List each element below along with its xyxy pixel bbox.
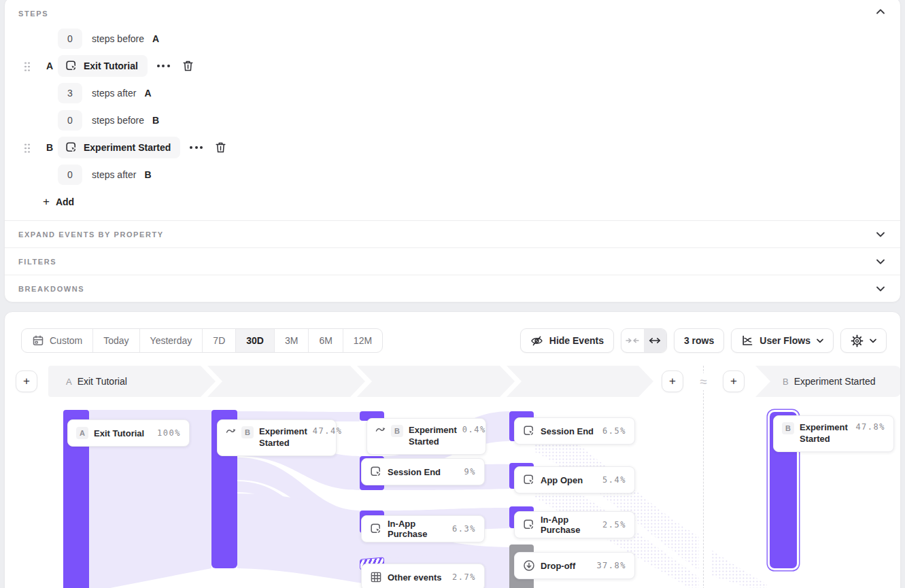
event-click-icon bbox=[65, 141, 78, 154]
chevron-up-icon[interactable] bbox=[873, 4, 888, 19]
event-click-icon bbox=[523, 519, 535, 531]
drag-handle-icon[interactable] bbox=[24, 143, 31, 153]
steps-count-input[interactable]: 3 bbox=[58, 83, 82, 103]
steps-section-title: STEPS bbox=[18, 10, 48, 18]
date-range-today[interactable]: Today bbox=[92, 329, 139, 352]
add-column-before-b-button[interactable]: + bbox=[723, 370, 745, 392]
date-range-custom[interactable]: Custom bbox=[22, 329, 92, 352]
step-a-row: A Exit Tutorial bbox=[5, 52, 900, 80]
settings-dropdown[interactable] bbox=[840, 328, 887, 353]
event-click-icon bbox=[523, 425, 535, 437]
steps-section-header[interactable]: STEPS bbox=[5, 0, 900, 25]
collapse-columns-icon[interactable] bbox=[621, 329, 644, 352]
chevron-down-icon[interactable] bbox=[873, 227, 888, 242]
event-click-icon bbox=[370, 523, 382, 535]
flow-continue-arrow-icon bbox=[226, 426, 236, 434]
flow-node-session-end-step4[interactable]: Session End 6.5% bbox=[514, 417, 635, 445]
dropoff-arrow-icon bbox=[523, 559, 535, 572]
step-columns-header bbox=[48, 366, 653, 397]
flow-node-inapp-purchase-step3[interactable]: In-App Purchase 6.3% bbox=[361, 515, 485, 542]
filters-section[interactable]: FILTERS bbox=[5, 247, 900, 275]
step-b-badge: B bbox=[241, 426, 254, 438]
date-range-picker: Custom Today Yesterday 7D 30D 3M 6M 12M bbox=[21, 328, 383, 353]
more-options-icon[interactable] bbox=[157, 59, 170, 73]
event-chip-exit-tutorial[interactable]: Exit Tutorial bbox=[58, 55, 148, 77]
flow-node-session-end-step3[interactable]: Session End 9% bbox=[361, 458, 485, 485]
drag-handle-icon[interactable] bbox=[24, 61, 31, 71]
steps-after-a-row: 3 steps after A bbox=[5, 80, 900, 107]
breakdowns-section[interactable]: BREAKDOWNS bbox=[5, 275, 900, 302]
sankey-flow-chart: A Exit Tutorial B Experiment Started + +… bbox=[5, 312, 900, 588]
event-click-icon bbox=[523, 474, 535, 486]
steps-after-b-row: 0 steps after B bbox=[5, 161, 900, 188]
calendar-icon bbox=[32, 334, 44, 347]
event-click-icon bbox=[65, 60, 78, 72]
chart-toolbar: Custom Today Yesterday 7D 30D 3M 6M 12M … bbox=[21, 328, 887, 353]
chevron-down-icon bbox=[870, 339, 876, 343]
steps-count-input[interactable]: 0 bbox=[58, 29, 82, 49]
flow-node-exit-tutorial[interactable]: A Exit Tutorial 100% bbox=[67, 419, 190, 447]
steps-count-input[interactable]: 0 bbox=[58, 165, 82, 185]
event-click-icon bbox=[370, 466, 382, 478]
chevron-down-icon[interactable] bbox=[873, 254, 888, 269]
date-range-3m[interactable]: 3M bbox=[274, 329, 308, 352]
expand-columns-icon[interactable] bbox=[644, 329, 666, 352]
query-builder-panel: STEPS 0 steps before A A Exit Tutorial bbox=[4, 0, 901, 302]
step-letter: B bbox=[44, 142, 56, 153]
step-letter: A bbox=[44, 60, 56, 71]
step-b-row: B Experiment Started bbox=[5, 134, 900, 161]
hide-events-button[interactable]: Hide Events bbox=[520, 328, 614, 353]
add-step-button[interactable]: + Add bbox=[5, 188, 900, 215]
column-b-header[interactable]: B Experiment Started bbox=[783, 366, 876, 397]
user-flows-chart-icon bbox=[741, 334, 753, 347]
delete-step-icon[interactable] bbox=[215, 141, 226, 154]
rows-count-button[interactable]: 3 rows bbox=[674, 328, 724, 353]
more-options-icon[interactable] bbox=[190, 141, 203, 154]
step-b-badge: B bbox=[391, 425, 403, 437]
event-chip-experiment-started[interactable]: Experiment Started bbox=[58, 137, 180, 158]
collapse-expand-toggle bbox=[621, 328, 667, 353]
date-range-30d-selected[interactable]: 30D bbox=[235, 329, 274, 352]
chart-controls: Hide Events 3 rows User Flows bbox=[520, 328, 887, 353]
steps-before-b-row: 0 steps before B bbox=[5, 107, 900, 134]
eye-off-icon bbox=[530, 334, 543, 347]
user-flows-report: STEPS 0 steps before A A Exit Tutorial bbox=[0, 0, 905, 588]
step-a-badge: A bbox=[76, 427, 88, 439]
delete-step-icon[interactable] bbox=[182, 60, 194, 72]
gear-icon bbox=[851, 334, 864, 347]
flow-node-app-open-step4[interactable]: App Open 5.4% bbox=[514, 466, 635, 494]
chevron-down-icon[interactable] bbox=[873, 281, 888, 296]
flow-node-experiment-started-end[interactable]: B Experiment Started 47.8% bbox=[773, 415, 894, 452]
columns-break-divider bbox=[703, 366, 704, 588]
flows-visualization-panel: Custom Today Yesterday 7D 30D 3M 6M 12M … bbox=[4, 311, 901, 588]
date-range-12m[interactable]: 12M bbox=[343, 329, 382, 352]
grid-icon bbox=[370, 571, 382, 583]
date-range-yesterday[interactable]: Yesterday bbox=[139, 329, 203, 352]
chevron-down-icon bbox=[817, 339, 823, 343]
date-range-7d[interactable]: 7D bbox=[202, 329, 235, 352]
step-b-badge: B bbox=[782, 422, 794, 434]
flow-node-experiment-started-step3[interactable]: B Experiment Started 0.4% bbox=[366, 418, 486, 455]
steps-count-input[interactable]: 0 bbox=[58, 110, 82, 131]
flow-node-experiment-started-step2[interactable]: B Experiment Started 47.4% bbox=[217, 419, 337, 456]
steps-before-a-row: 0 steps before A bbox=[5, 25, 900, 52]
flow-node-other-events-step3[interactable]: Other events 2.7% bbox=[361, 564, 485, 588]
column-a-header[interactable]: A Exit Tutorial bbox=[66, 366, 127, 397]
flow-node-dropoff-step4[interactable]: Drop-off 37.8% bbox=[514, 552, 635, 579]
expand-events-by-property-section[interactable]: EXPAND EVENTS BY PROPERTY bbox=[5, 220, 900, 247]
plus-icon: + bbox=[43, 195, 50, 209]
date-range-6m[interactable]: 6M bbox=[308, 329, 342, 352]
add-column-left-button[interactable]: + bbox=[16, 370, 37, 392]
add-column-after-a-button[interactable]: + bbox=[662, 370, 683, 392]
view-type-dropdown[interactable]: User Flows bbox=[731, 328, 834, 353]
approx-break-symbol: ≈ bbox=[695, 373, 712, 390]
flow-continue-arrow-icon bbox=[375, 425, 386, 433]
flow-node-inapp-purchase-step4[interactable]: In-App Purchase 2.5% bbox=[514, 511, 635, 538]
